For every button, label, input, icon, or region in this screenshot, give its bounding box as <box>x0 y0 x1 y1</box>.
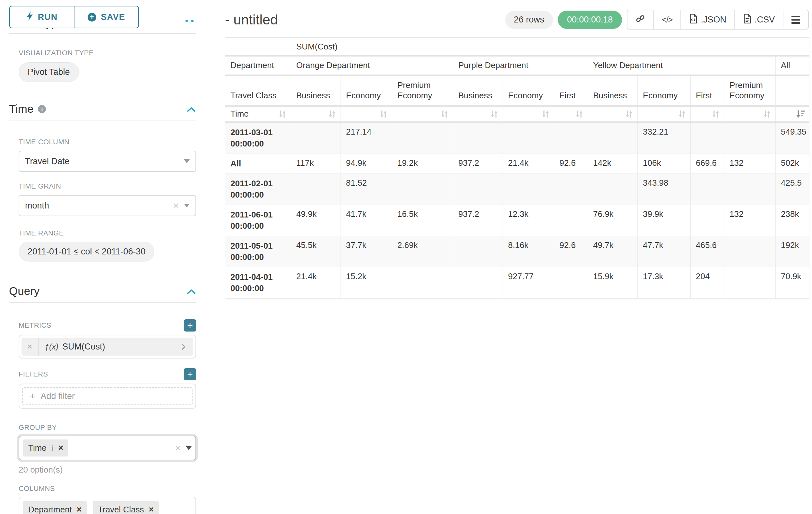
value-cell: 19.2k <box>392 154 453 173</box>
remove-tag-icon[interactable]: × <box>58 444 63 452</box>
run-button[interactable]: RUN <box>10 6 74 28</box>
row-label: 2011-06-01 00:00:00 <box>225 205 291 236</box>
group-by-select[interactable]: Time i × × <box>19 436 196 460</box>
columns-tag[interactable]: Travel Class × <box>93 501 159 514</box>
value-cell: 2.69k <box>392 236 453 267</box>
time-grain-group: TIME GRAIN month × <box>19 182 196 216</box>
section-divider <box>9 33 196 34</box>
chart-title[interactable]: - untitled <box>225 12 505 28</box>
value-cell <box>691 122 724 154</box>
time-column-label: TIME COLUMN <box>19 138 196 146</box>
value-cell: 49.7k <box>588 236 638 267</box>
dropdown-arrow-icon <box>184 159 190 163</box>
value-cell <box>724 122 776 154</box>
sort-icon[interactable] <box>328 109 337 119</box>
chart-toolbar: </> .JSON <box>627 10 809 30</box>
value-cell: 425.5 <box>776 173 809 205</box>
clear-icon[interactable]: × <box>173 201 179 210</box>
menu-icon <box>791 16 800 24</box>
row-label: 2011-02-01 00:00:00 <box>225 173 291 205</box>
time-range-pill[interactable]: 2011-01-01 ≤ col < 2011-06-30 <box>19 242 154 262</box>
sort-icon[interactable] <box>625 109 634 119</box>
metrics-container: × ƒ(x) SUM(Cost) <box>19 335 196 358</box>
value-cell <box>503 173 554 205</box>
value-cell <box>554 173 588 205</box>
chevron-up-icon[interactable] <box>186 103 196 115</box>
plus-circle-icon: + <box>88 13 96 22</box>
sort-icon[interactable] <box>379 109 388 119</box>
sort-icon[interactable] <box>575 109 584 119</box>
add-filter-button[interactable]: + <box>184 368 196 380</box>
sort-desc-icon[interactable] <box>795 109 805 119</box>
table-row: 2011-03-01 00:00:00217.14332.21549.35 <box>225 122 809 154</box>
share-link-button[interactable] <box>628 10 653 29</box>
value-cell: 132 <box>724 205 776 236</box>
sort-control-cell <box>392 106 453 122</box>
export-json-button[interactable]: .JSON <box>680 10 734 29</box>
remove-tag-icon[interactable]: × <box>149 505 154 514</box>
chevron-right-icon[interactable] <box>171 337 193 356</box>
control-panel-sidebar: Chart Type RUN + SAVE VISUALIZATION TYPE… <box>0 0 207 514</box>
columns-label: COLUMNS <box>19 484 196 493</box>
remove-metric-icon[interactable]: × <box>22 337 39 356</box>
value-cell <box>724 267 776 299</box>
sort-control-cell <box>341 106 392 122</box>
department-dim-label: Department <box>225 56 291 75</box>
value-cell <box>453 173 503 205</box>
value-cell: 45.5k <box>291 236 341 267</box>
clear-icon[interactable]: × <box>175 443 181 453</box>
value-cell: 465.6 <box>691 236 724 267</box>
add-metric-button[interactable]: + <box>184 319 196 331</box>
row-label: 2011-05-01 00:00:00 <box>225 236 291 267</box>
time-grain-label: TIME GRAIN <box>19 182 196 190</box>
view-query-button[interactable]: </> <box>653 10 680 29</box>
visualization-type-label: VISUALIZATION TYPE <box>19 49 196 57</box>
value-cell: 92.6 <box>554 154 588 173</box>
sort-icon[interactable] <box>490 109 499 119</box>
sort-icon[interactable] <box>762 109 772 119</box>
sort-icon[interactable] <box>440 109 449 119</box>
value-cell: 76.9k <box>588 205 638 236</box>
sort-icon[interactable] <box>711 109 720 119</box>
table-row: 2011-06-01 00:00:0049.9k41.7k16.5k937.21… <box>225 205 809 236</box>
pivot-table-container: SUM(Cost)DepartmentOrange DepartmentPurp… <box>225 37 812 299</box>
sort-icon[interactable] <box>677 109 687 119</box>
value-cell: 94.9k <box>341 154 392 173</box>
section-divider <box>9 120 196 120</box>
save-button[interactable]: + SAVE <box>74 6 138 28</box>
sort-control-cell <box>554 106 588 122</box>
filters-group: FILTERS + + Add filter <box>19 368 196 409</box>
group-by-tag[interactable]: Time i × <box>23 439 68 457</box>
metrics-label: METRICS <box>19 321 51 330</box>
time-range-label: TIME RANGE <box>19 229 196 237</box>
add-filter-dropzone[interactable]: + Add filter <box>22 387 193 405</box>
value-cell: 8.16k <box>503 236 554 267</box>
chevron-up-icon[interactable] <box>186 285 196 297</box>
value-cell: 21.4k <box>291 267 341 299</box>
sort-icon[interactable] <box>278 109 287 119</box>
chart-menu-button[interactable] <box>783 10 808 29</box>
value-cell <box>588 122 638 154</box>
value-cell: 549.35 <box>776 122 809 154</box>
sort-control-cell <box>291 106 341 122</box>
visualization-type-pill[interactable]: Pivot Table <box>19 62 79 82</box>
row-count-badge: 26 rows <box>505 10 553 29</box>
time-column-select[interactable]: Travel Date <box>19 151 196 172</box>
query-section-header[interactable]: Query <box>9 285 196 297</box>
columns-tag[interactable]: Department × <box>23 501 87 514</box>
value-cell: 37.7k <box>341 236 392 267</box>
value-cell <box>554 205 588 236</box>
export-csv-label: .CSV <box>755 15 775 25</box>
csv-file-icon <box>743 14 751 26</box>
row-label: 2011-04-01 00:00:00 <box>225 267 291 299</box>
sort-icon[interactable] <box>541 109 550 119</box>
value-cell: 502k <box>776 154 809 173</box>
export-csv-button[interactable]: .CSV <box>734 10 783 29</box>
time-section-header[interactable]: Time i <box>9 103 196 115</box>
metric-item[interactable]: × ƒ(x) SUM(Cost) <box>22 337 193 356</box>
columns-select[interactable]: Department × Travel Class × × <box>19 497 196 514</box>
save-button-label: SAVE <box>101 12 125 22</box>
remove-tag-icon[interactable]: × <box>77 505 82 514</box>
travel-class-header: Economy <box>503 75 554 106</box>
time-grain-select[interactable]: month × <box>19 195 196 216</box>
